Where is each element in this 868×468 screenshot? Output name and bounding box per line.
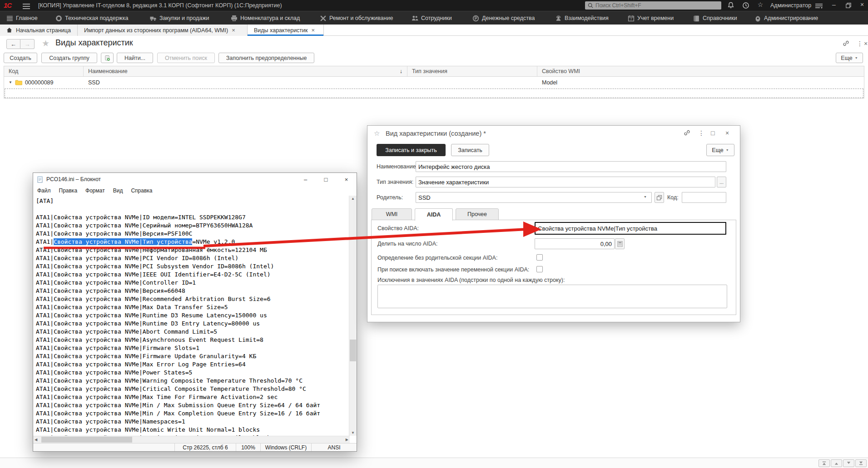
menu-section-6[interactable]: Сотрудники [412,11,452,25]
close-window-icon[interactable]: × [858,1,867,8]
menu-section-1[interactable]: Главное [6,11,38,25]
dialog-close-icon[interactable]: × [725,129,729,137]
parent-field[interactable] [416,192,652,203]
notepad-text[interactable]: [ATA] ATA1|Свойства устройства NVMe|ID м… [33,196,350,436]
code-field[interactable] [682,192,726,203]
menu-section-5[interactable]: Ремонт и обслуживание [320,11,393,25]
create-group-button[interactable]: Создать группу [41,53,97,63]
aida-exclusions-textarea[interactable] [377,285,727,308]
menu-section-7[interactable]: Денежные средства [472,11,535,25]
cancel-search-button[interactable]: Отменить поиск [157,53,215,63]
notepad-horizontal-scrollbar[interactable]: ◀ ▶ [33,436,350,443]
parent-dropdown-icon[interactable]: ▼ [644,195,647,198]
tab-aida[interactable]: AIDA [415,208,453,221]
save-button[interactable]: Записать [451,144,489,156]
history-icon[interactable] [742,2,749,9]
page-more-kebab-icon[interactable]: ⋮ [857,40,863,47]
menu-section-4[interactable]: Номенклатура и склад [231,11,300,25]
tab-characteristic-kinds[interactable]: Виды характеристик × [248,25,324,36]
notepad-line: ATA1|Свойства устройства NVMe|Warning Co… [36,377,350,385]
save-and-close-button[interactable]: Записать и закрыть [377,144,446,156]
notepad-menu-view[interactable]: Вид [109,187,127,194]
go-first-row-button[interactable] [818,459,830,467]
go-next-row-button[interactable] [843,459,854,467]
current-user[interactable]: Администратор [770,2,811,9]
go-prev-row-button[interactable] [831,459,842,467]
tab-wmi[interactable]: WMI [372,208,412,220]
notepad-maximize-icon[interactable]: □ [316,173,336,186]
dialog-more-button[interactable]: Еще▼ [706,144,734,156]
notepad-menu-file[interactable]: Файл [33,187,55,194]
menu-section-2[interactable]: Техническая поддержка [55,11,128,25]
vertical-scroll-thumb[interactable] [350,340,356,361]
aida-property-field[interactable] [535,222,726,235]
notepad-close-icon[interactable]: × [336,173,357,186]
name-field[interactable] [416,161,726,172]
column-header-wmi[interactable]: Свойство WMI [537,66,864,76]
column-header-code[interactable]: Код [4,66,84,76]
table-row[interactable]: ▼ 000000089 SSD Model [4,77,864,88]
menu-section-8[interactable]: Взаимодействия [555,11,609,25]
scroll-right-icon[interactable]: ▶ [346,438,348,442]
favorites-star-icon[interactable]: ☆ [756,1,765,8]
aida-no-parent-section-checkbox[interactable] [536,254,543,261]
truck-icon [150,15,157,22]
column-header-name[interactable]: Наименование ↓ [84,66,407,76]
aida-divide-field[interactable] [535,238,615,249]
dialog-maximize-icon[interactable]: □ [711,129,714,137]
tab-home[interactable]: Начальная страница [0,25,78,36]
go-last-row-button[interactable] [855,459,867,467]
notepad-vertical-scrollbar[interactable]: ▲ ▼ [349,196,357,436]
get-link-icon[interactable] [843,40,849,48]
value-type-field[interactable] [416,177,715,187]
tab-close-icon[interactable]: × [232,27,235,34]
tab-close-icon[interactable]: × [312,27,315,34]
main-menu-icon[interactable] [23,3,30,8]
menu-section-10[interactable]: Справочники [693,11,737,25]
choose-type-button[interactable]: ... [717,177,726,187]
global-search[interactable] [585,1,721,10]
menu-section-11[interactable]: Администрирование [754,11,818,25]
page-favorite-star-icon[interactable]: ★ [42,38,50,49]
scroll-left-icon[interactable]: ◀ [35,438,37,442]
notepad-minimize-icon[interactable]: – [295,173,316,186]
horizontal-scroll-thumb[interactable] [41,437,132,443]
scroll-up-icon[interactable]: ▲ [351,197,355,201]
menu-section-label: Администрирование [764,15,818,21]
tab-other[interactable]: Прочее [456,208,499,220]
open-parent-button[interactable] [655,192,664,203]
back-button[interactable]: ← [6,39,20,49]
notifications-bell-icon[interactable] [727,2,734,9]
dialog-link-icon[interactable] [684,129,690,138]
calculator-button[interactable] [615,238,625,249]
menu-section-label: Учет времени [637,15,674,21]
forward-button[interactable]: → [20,39,35,49]
aida-exclusions-label: Исключения в значениях AIDA (подстроки п… [377,277,565,283]
dialog-kebab-icon[interactable]: ⋮ [698,129,704,137]
notepad-menu-edit[interactable]: Правка [55,187,82,194]
page-close-icon[interactable]: × [864,40,868,47]
find-button[interactable]: Найти... [117,53,153,63]
copy-item-button[interactable] [101,53,114,63]
aida-include-section-var-checkbox[interactable] [536,266,543,272]
menu-section-9[interactable]: 7Учет времени [628,11,674,25]
menu-section-label: Сотрудники [421,15,452,21]
menu-section-3[interactable]: Закупки и продажи [150,11,209,25]
notepad-menu-format[interactable]: Формат [81,187,109,194]
dialog-favorite-star-icon[interactable]: ☆ [374,129,380,138]
notepad-menu-help[interactable]: Справка [127,187,156,194]
scroll-down-icon[interactable]: ▼ [351,431,355,435]
tools-icon [320,15,327,22]
functions-menu-icon[interactable] [815,3,823,10]
search-input[interactable] [595,2,719,9]
column-header-value-type[interactable]: Тип значения [407,66,537,76]
page-title: Виды характеристик [55,38,133,48]
restore-icon[interactable] [845,2,852,9]
tab-import-aida64-wmi[interactable]: Импорт данных из сторонних программ (AID… [78,25,248,36]
fill-predefined-button[interactable]: Заполнить предопределенные [218,53,314,63]
expand-caret-icon[interactable]: ▼ [9,80,12,84]
notepad-line: ATA1|Свойства устройства NVMe|Max Error … [36,360,350,369]
list-more-button[interactable]: Еще▼ [836,53,863,63]
minimize-icon[interactable]: – [829,1,838,8]
create-button[interactable]: Создать [4,53,37,63]
